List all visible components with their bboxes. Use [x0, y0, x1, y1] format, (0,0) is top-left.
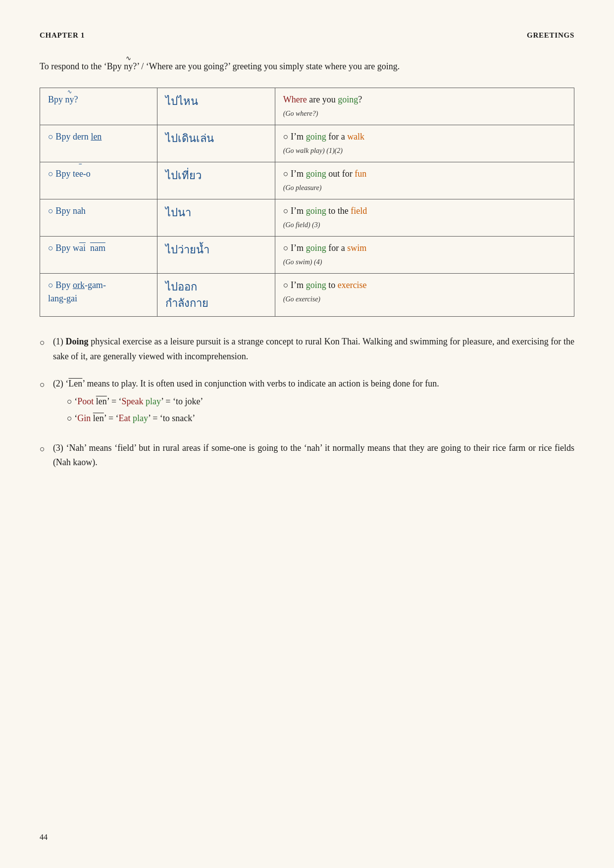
page-header: CHAPTER 1 GREETINGS: [40, 30, 574, 41]
note-item-3: ○ (3) ‘Nah’ means ‘field’ but in rural a…: [40, 441, 574, 470]
cell-romanized-2: ○ Bpy tee-o̅: [40, 162, 157, 199]
note-number-1: (1): [53, 337, 66, 346]
chapter-topic: GREETINGS: [527, 30, 574, 41]
table-cell-english-header: Where are you going? (Go where?): [275, 88, 574, 125]
table-row-2: ○ Bpy tee-o̅ ไปเที่ยว ○ I’m going out fo…: [40, 162, 574, 199]
sub-text-2b: ‘Gin len’ = ‘Eat play’ = ‘to snack’: [74, 411, 195, 426]
table-row-1: ○ Bpy dern len ไปเดินเล่น ○ I’m going fo…: [40, 125, 574, 162]
cell-thai-4: ไปว่ายน้ำ: [157, 237, 275, 274]
note-content-3: (3) ‘Nah’ means ‘field’ but in rural are…: [53, 441, 574, 470]
cell-thai-5: ไปออกกำลังกาย: [157, 274, 275, 317]
cell-english-1: ○ I’m going for a walk (Go walk play) (1…: [275, 125, 574, 162]
cell-romanized-4: ○ Bpy wai nam: [40, 237, 157, 274]
cell-thai-2: ไปเที่ยว: [157, 162, 275, 199]
table-cell-romanized-header: Bpy ny∿?: [40, 88, 157, 125]
intro-paragraph: To respond to the ‘Bpy ny∿ ?’ / ‘Where a…: [40, 59, 574, 74]
note-number-3: (3): [53, 443, 66, 453]
cell-english-4: ○ I’m going for a swim (Go swim) (4): [275, 237, 574, 274]
cell-romanized-3: ○ Bpy nah: [40, 199, 157, 237]
sub-bullet-2b: ○: [67, 411, 74, 426]
cell-english-5: ○ I’m going to exercise (Go exercise): [275, 274, 574, 317]
note-item-1: ○ (1) Doing physical exercise as a leisu…: [40, 335, 574, 364]
cell-english-2: ○ I’m going out for fun (Go pleasure): [275, 162, 574, 199]
note-sub-item-2a: ○ ‘Poot len’ = ‘Speak play’ = ‘to joke’: [67, 394, 574, 409]
cell-romanized-5: ○ Bpy ork-gam-lang-gai: [40, 274, 157, 317]
note-text-3: ‘Nah’ means ‘field’ but in rural areas i…: [53, 443, 574, 468]
table-row-4: ○ Bpy wai nam ไปว่ายน้ำ ○ I’m going for …: [40, 237, 574, 274]
note-bullet-2: ○: [40, 378, 45, 392]
chapter-label: CHAPTER 1: [40, 30, 85, 41]
tone-ny: ny∿: [124, 59, 133, 74]
cell-thai-1: ไปเดินเล่น: [157, 125, 275, 162]
cell-romanized-1: ○ Bpy dern len: [40, 125, 157, 162]
table-row-5: ○ Bpy ork-gam-lang-gai ไปออกกำลังกาย ○ I…: [40, 274, 574, 317]
page-number: 44: [40, 831, 48, 843]
cell-thai-3: ไปนา: [157, 199, 275, 237]
note-item-2: ○ (2) ‘Len’ means to play. It is often u…: [40, 377, 574, 428]
cell-english-3: ○ I’m going to the field (Go field) (3): [275, 199, 574, 237]
sub-bullet-2a: ○: [67, 394, 74, 409]
english-sub-header: (Go where?): [283, 110, 318, 117]
note-sub-2: ○ ‘Poot len’ = ‘Speak play’ = ‘to joke’ …: [67, 394, 574, 426]
english-main-header: Where are you going?: [283, 95, 362, 104]
note-sub-item-2b: ○ ‘Gin len’ = ‘Eat play’ = ‘to snack’: [67, 411, 574, 426]
note-bullet-3: ○: [40, 442, 45, 457]
vocab-table: Bpy ny∿? ไปไหน Where are you going? (Go …: [40, 88, 574, 317]
table-row-3: ○ Bpy nah ไปนา ○ I’m going to the field …: [40, 199, 574, 237]
notes-section: ○ (1) Doing physical exercise as a leisu…: [40, 335, 574, 470]
note-bullet-1: ○: [40, 336, 45, 350]
note-content-1: (1) Doing physical exercise as a leisure…: [53, 335, 574, 364]
sub-text-2a: ‘Poot len’ = ‘Speak play’ = ‘to joke’: [74, 394, 203, 409]
thai-header: ไปไหน: [165, 95, 198, 107]
note-number-2: (2) ‘: [53, 379, 68, 388]
note-text-1: Doing physical exercise as a leisure pur…: [53, 337, 574, 361]
table-row-header: Bpy ny∿? ไปไหน Where are you going? (Go …: [40, 88, 574, 125]
table-cell-thai-header: ไปไหน: [157, 88, 275, 125]
note-content-2: (2) ‘Len’ means to play. It is often use…: [53, 377, 574, 428]
romanized-header: Bpy ny∿?: [48, 95, 78, 104]
len-overline: Len: [68, 379, 82, 388]
page: CHAPTER 1 GREETINGS To respond to the ‘B…: [0, 0, 614, 868]
